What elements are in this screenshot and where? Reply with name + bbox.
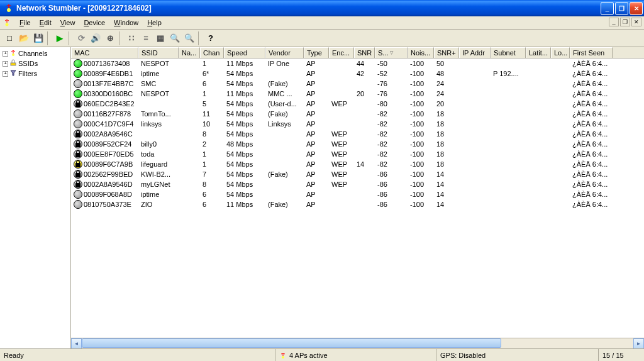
sound-icon[interactable]: 🔊 — [89, 31, 103, 45]
network-row[interactable]: 0002A8A9546DmyLGNet854 MbpsAPWEP-86-1001… — [71, 179, 644, 189]
network-row[interactable]: 000713673408NESPOT111 MbpsIP OneAP44-50-… — [71, 58, 644, 69]
cell-noise: -100 — [408, 80, 434, 87]
open-icon[interactable]: 📂 — [17, 31, 31, 45]
cell-chan: 1 — [200, 160, 224, 168]
play-icon[interactable]: ▶ — [53, 31, 67, 45]
network-row[interactable]: 0810750A373EZIO611 Mbps(Fake)AP-86-10014… — [71, 199, 644, 209]
cell-chan: 6 — [200, 201, 224, 208]
column-snr[interactable]: SNR — [354, 47, 375, 58]
column-subnet[interactable]: Subnet — [491, 47, 526, 58]
network-row[interactable]: 00089F52CF24billy0248 MbpsAPWEP-82-10018… — [71, 139, 644, 149]
menu-view[interactable]: View — [56, 18, 80, 28]
column-vendor[interactable]: Vendor — [265, 47, 304, 58]
cell-type: AP — [304, 60, 329, 67]
cell-s: -80 — [375, 100, 408, 108]
tree-item-filters[interactable]: +Filters — [1, 69, 69, 79]
zoomout-icon[interactable]: 🔍 — [182, 31, 196, 45]
cell-noise: -100 — [408, 100, 434, 108]
column-nois[interactable]: Nois... — [408, 47, 434, 58]
expand-icon[interactable]: + — [3, 51, 8, 57]
menu-device[interactable]: Device — [79, 18, 109, 28]
scroll-left-button[interactable]: ◄ — [71, 338, 82, 349]
gps-icon[interactable]: ⊕ — [103, 31, 117, 45]
status-count: 15 / 15 — [599, 349, 644, 361]
mdi-restore-button[interactable]: ❐ — [620, 18, 630, 26]
cell-enc: WEP — [329, 140, 354, 148]
column-ipaddr[interactable]: IP Addr — [459, 47, 491, 58]
help-icon[interactable]: ? — [204, 31, 218, 45]
menu-help[interactable]: Help — [143, 18, 166, 28]
network-row[interactable]: 00089F4E6DB1iptime6*54 MbpsAP42-52-10048… — [71, 69, 644, 79]
cell-first: ¿ÀÈÄ 6:4... — [570, 170, 613, 178]
scroll-right-button[interactable]: ► — [633, 338, 644, 349]
zoomin-icon[interactable]: 🔍 — [168, 31, 182, 45]
refresh-icon[interactable]: ⟳ — [74, 31, 88, 45]
network-row[interactable]: 0013F7E4BB7CSMC654 Mbps(Fake)AP-76-10024… — [71, 79, 644, 89]
cell-snr: 14 — [354, 160, 375, 168]
tree-panel: +Channels+SSIDs+Filters — [0, 47, 71, 348]
new-icon[interactable]: □ — [3, 31, 16, 45]
column-speed[interactable]: Speed — [224, 47, 265, 58]
column-enc[interactable]: Enc... — [329, 47, 354, 58]
sort-icon: ▽ — [390, 50, 393, 55]
column-type[interactable]: Type — [304, 47, 329, 58]
view1-icon[interactable]: ∷ — [125, 31, 138, 45]
doc-icon[interactable] — [3, 18, 11, 27]
cell-first: ¿ÀÈÄ 6:4... — [570, 150, 613, 158]
cell-snrp: 14 — [434, 170, 459, 178]
expand-icon[interactable]: + — [3, 71, 8, 77]
column-ssid[interactable]: SSID — [138, 47, 179, 58]
cell-ssid: iptime — [138, 191, 179, 198]
tree-item-channels[interactable]: +Channels — [1, 48, 69, 58]
encrypted-signal-icon — [74, 99, 82, 108]
restore-button[interactable]: ❐ — [615, 2, 628, 15]
view3-icon[interactable]: ▦ — [153, 31, 167, 45]
network-row[interactable]: 00300D0160BCNESPOT111 MbpsMMC ...AP20-76… — [71, 89, 644, 99]
column-na[interactable]: Na... — [179, 47, 200, 58]
menu-file[interactable]: File — [15, 18, 35, 28]
cell-chan: 8 — [200, 181, 224, 188]
scroll-track[interactable] — [82, 338, 633, 349]
mdi-close-button[interactable]: ✕ — [631, 18, 641, 26]
svg-point-4 — [282, 356, 284, 358]
menu-edit[interactable]: Edit — [35, 18, 56, 28]
column-latit[interactable]: Latit... — [526, 47, 551, 58]
view2-icon[interactable]: ≡ — [139, 31, 153, 45]
network-row[interactable]: 0002A8A9546C854 MbpsAPWEP-82-10018¿ÀÈÄ 6… — [71, 129, 644, 139]
cell-speed: 54 Mbps — [224, 110, 265, 118]
column-chan[interactable]: Chan — [200, 47, 224, 58]
svg-rect-3 — [11, 63, 16, 65]
horizontal-scrollbar[interactable]: ◄ ► — [71, 338, 644, 348]
cell-snrp: 24 — [434, 80, 459, 87]
cell-speed: 54 Mbps — [224, 181, 265, 188]
cell-type: AP — [304, 80, 329, 87]
column-mac[interactable]: MAC — [71, 47, 138, 58]
network-row[interactable]: 002562F99BEDKWI-B2...754 Mbps(Fake)APWEP… — [71, 169, 644, 179]
tree-item-ssids[interactable]: +SSIDs — [1, 58, 69, 69]
network-row[interactable]: 060EDC2B43E2554 Mbps(User-d...APWEP-80-1… — [71, 99, 644, 109]
network-row[interactable]: 00089F068A8Diptime654 MbpsAP-86-10014¿ÀÈ… — [71, 189, 644, 199]
column-firstseen[interactable]: First Seen — [570, 47, 613, 58]
scroll-thumb[interactable] — [82, 338, 501, 348]
mdi-minimize-button[interactable]: _ — [609, 18, 619, 26]
cell-type: AP — [304, 150, 329, 158]
cell-chan: 8 — [200, 130, 224, 138]
status-aps-text: 4 APs active — [289, 352, 328, 359]
cell-type: AP — [304, 181, 329, 188]
column-s[interactable]: S...▽ — [375, 47, 408, 58]
network-row[interactable]: 00116B27F878TomnTo...1154 Mbps(Fake)AP-8… — [71, 109, 644, 119]
close-button[interactable]: ✕ — [630, 2, 643, 15]
menu-window[interactable]: Window — [109, 18, 143, 28]
cell-first: ¿ÀÈÄ 6:4... — [570, 100, 613, 108]
minimize-button[interactable]: _ — [601, 2, 614, 15]
column-lo[interactable]: Lo... — [551, 47, 570, 58]
save-icon[interactable]: 💾 — [31, 31, 45, 45]
cell-first: ¿ÀÈÄ 6:4... — [570, 110, 613, 118]
network-row[interactable]: 00089F6C7A9Blifeguard154 MbpsAPWEP14-82-… — [71, 159, 644, 169]
cell-mac: 000C41D7C9F4 — [71, 119, 138, 128]
network-row[interactable]: 000EE8F70ED5toda154 MbpsAPWEP-82-10018¿À… — [71, 149, 644, 159]
column-snr[interactable]: SNR+ — [434, 47, 459, 58]
network-row[interactable]: 000C41D7C9F4linksys1054 MbpsLinksysAP-82… — [71, 119, 644, 129]
expand-icon[interactable]: + — [3, 61, 8, 67]
cell-speed: 54 Mbps — [224, 100, 265, 108]
